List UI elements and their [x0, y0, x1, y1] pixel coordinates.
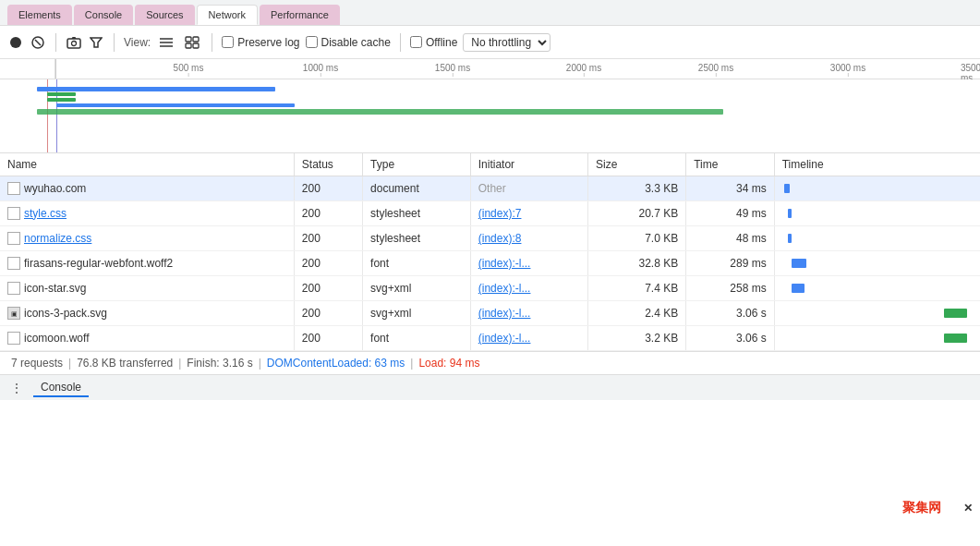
- cell-type: stylesheet: [363, 201, 471, 226]
- table-row[interactable]: normalize.css 200 stylesheet (index):8 7…: [0, 226, 980, 251]
- cell-timeline: [774, 276, 980, 301]
- preserve-log-input[interactable]: [222, 36, 234, 48]
- initiator-link[interactable]: (index):7: [478, 207, 522, 220]
- tab-console[interactable]: Console: [74, 5, 133, 25]
- tab-network[interactable]: Network: [197, 5, 258, 25]
- tab-bar: Elements Console Sources Network Perform…: [0, 0, 980, 26]
- cell-size: 3.3 KB: [588, 176, 686, 201]
- file-name-link[interactable]: style.css: [24, 207, 67, 220]
- load-time[interactable]: Load: 94 ms: [418, 357, 479, 370]
- cell-timeline: [774, 176, 980, 201]
- tab-elements[interactable]: Elements: [7, 5, 72, 25]
- clear-button[interactable]: [30, 34, 46, 51]
- preserve-log-checkbox[interactable]: Preserve log: [222, 36, 299, 49]
- chart-bar-1: [37, 87, 275, 91]
- offline-checkbox[interactable]: Offline: [410, 36, 457, 49]
- table-header-row: Name Status Type Initiator Size Time Tim…: [0, 153, 980, 176]
- file-icon-doc: [7, 207, 20, 220]
- file-name: firasans-regular-webfont.woff2: [24, 257, 173, 270]
- cell-initiator: Other: [470, 176, 587, 201]
- filter-button[interactable]: [88, 34, 104, 51]
- cell-name: icon-star.svg: [0, 276, 294, 301]
- dom-loaded-time[interactable]: DOMContentLoaded: 63 ms: [267, 357, 405, 370]
- table-row[interactable]: wyuhao.com 200 document Other 3.3 KB 34 …: [0, 176, 980, 201]
- timeline-bar: [944, 309, 967, 318]
- view-list-button[interactable]: [156, 32, 176, 53]
- bottom-bar: ⋮ Console: [0, 374, 980, 400]
- toolbar-divider-2: [114, 33, 115, 52]
- toolbar-divider-1: [55, 33, 56, 52]
- more-options-button[interactable]: ⋮: [7, 379, 26, 397]
- col-header-name[interactable]: Name: [0, 153, 294, 176]
- file-icon-doc: [7, 257, 20, 270]
- view-group-button[interactable]: [182, 32, 202, 53]
- toolbar-divider-4: [400, 33, 401, 52]
- record-button[interactable]: [7, 34, 24, 51]
- cell-status: 200: [294, 251, 362, 276]
- col-header-size[interactable]: Size: [588, 153, 686, 176]
- file-icon-doc: [7, 282, 20, 295]
- cell-time: 48 ms: [686, 226, 774, 251]
- disable-cache-checkbox[interactable]: Disable cache: [306, 36, 391, 49]
- cell-status: 200: [294, 176, 362, 201]
- ruler-mark-1000: 1000 ms: [303, 63, 338, 73]
- table-row[interactable]: icon-star.svg 200 svg+xml (index):-l... …: [0, 276, 980, 301]
- cell-size: 32.8 KB: [588, 251, 686, 276]
- ruler-mark-1500: 1500 ms: [435, 63, 470, 73]
- table-row[interactable]: style.css 200 stylesheet (index):7 20.7 …: [0, 201, 980, 226]
- table-row[interactable]: ▣icons-3-pack.svg 200 svg+xml (index):-l…: [0, 301, 980, 326]
- cell-timeline: [774, 226, 980, 251]
- svg-point-4: [72, 41, 77, 45]
- col-header-status[interactable]: Status: [294, 153, 362, 176]
- chart-bar-2: [47, 92, 76, 96]
- cell-time: 49 ms: [686, 201, 774, 226]
- svg-rect-9: [186, 37, 191, 42]
- timeline-bar: [944, 334, 967, 343]
- toolbar-divider-3: [212, 33, 212, 52]
- cell-name: normalize.css: [0, 226, 294, 251]
- cell-initiator: (index):-l...: [470, 276, 587, 301]
- network-toolbar: View: Preserve log Disable cache Offline…: [0, 26, 980, 59]
- transferred-size: 76.8 KB transferred: [77, 357, 173, 370]
- file-name: icons-3-pack.svg: [24, 307, 107, 320]
- tab-sources[interactable]: Sources: [135, 5, 194, 25]
- offline-input[interactable]: [410, 36, 422, 48]
- cell-status: 200: [294, 326, 362, 351]
- file-name-link[interactable]: normalize.css: [24, 232, 91, 245]
- camera-button[interactable]: [66, 34, 82, 51]
- col-header-type[interactable]: Type: [363, 153, 471, 176]
- cell-timeline: [774, 301, 980, 326]
- initiator-link[interactable]: (index):-l...: [478, 257, 531, 270]
- svg-marker-5: [91, 38, 102, 47]
- disable-cache-label: Disable cache: [321, 36, 391, 49]
- table-row[interactable]: firasans-regular-webfont.woff2 200 font …: [0, 251, 980, 276]
- timeline-ruler: 500 ms 1000 ms 1500 ms 2000 ms 2500 ms 3…: [0, 59, 980, 79]
- initiator-link[interactable]: (index):-l...: [478, 332, 531, 345]
- status-bar: 7 requests | 76.8 KB transferred | Finis…: [0, 351, 980, 374]
- col-header-time[interactable]: Time: [686, 153, 774, 176]
- table-row[interactable]: icomoon.woff 200 font (index):-l... 3.2 …: [0, 326, 980, 351]
- svg-rect-12: [193, 43, 199, 48]
- cell-timeline: [774, 251, 980, 276]
- cell-time: 34 ms: [686, 176, 774, 201]
- file-icon-doc: [7, 232, 20, 245]
- cell-name: firasans-regular-webfont.woff2: [0, 251, 294, 276]
- initiator-link[interactable]: (index):-l...: [478, 307, 531, 320]
- initiator-link[interactable]: (index):-l...: [478, 282, 531, 295]
- cell-size: 2.4 KB: [588, 301, 686, 326]
- requests-count: 7 requests: [11, 357, 63, 370]
- console-tab[interactable]: Console: [33, 379, 89, 397]
- col-header-initiator[interactable]: Initiator: [470, 153, 587, 176]
- throttle-select[interactable]: No throttling Fast 3G Slow 3G: [463, 33, 550, 52]
- timeline-bar: [784, 184, 790, 193]
- tab-performance[interactable]: Performance: [260, 5, 340, 25]
- cell-initiator: (index):8: [470, 226, 587, 251]
- file-name: wyuhao.com: [24, 182, 86, 195]
- offline-label: Offline: [426, 36, 457, 49]
- col-header-timeline[interactable]: Timeline: [774, 153, 980, 176]
- finish-time: Finish: 3.16 s: [187, 357, 252, 370]
- initiator-text: Other: [478, 182, 506, 195]
- disable-cache-input[interactable]: [306, 36, 318, 48]
- initiator-link[interactable]: (index):8: [478, 232, 522, 245]
- cell-time: 3.06 s: [686, 326, 774, 351]
